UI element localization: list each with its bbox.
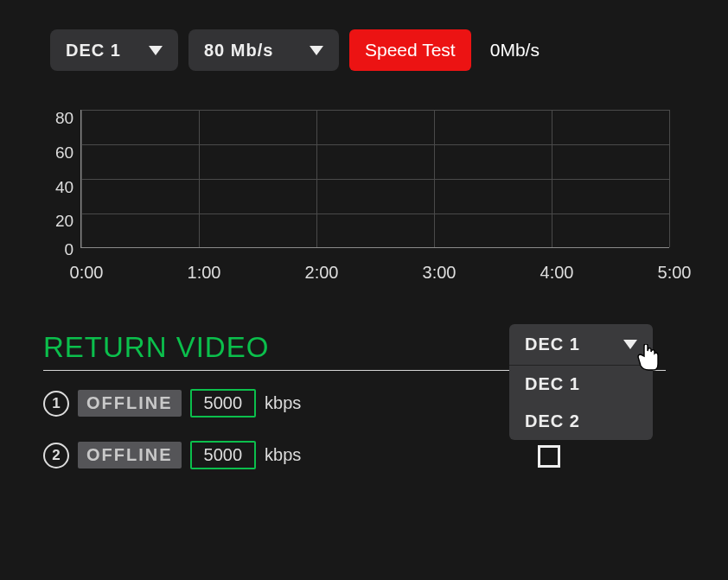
status-badge: OFFLINE: [78, 390, 182, 417]
x-tick: 5:00: [648, 263, 700, 283]
y-tick: 80: [55, 110, 73, 144]
chart-plot-area: [80, 110, 669, 248]
bitrate-unit: kbps: [265, 393, 301, 413]
dropdown-option[interactable]: DEC 1: [509, 366, 653, 403]
channel-number-badge: 2: [43, 443, 69, 468]
x-tick: 2:00: [296, 263, 348, 283]
dropdown-option[interactable]: DEC 2: [509, 403, 653, 440]
y-tick: 60: [55, 144, 73, 179]
chevron-down-icon: [623, 340, 637, 349]
y-tick: 0: [65, 247, 74, 252]
chart-y-axis: 80 60 40 20 0: [55, 110, 73, 252]
x-tick: 0:00: [61, 263, 112, 283]
bandwidth-dropdown[interactable]: 80 Mb/s: [188, 29, 339, 71]
x-tick: 1:00: [178, 263, 230, 283]
chevron-down-icon: [310, 46, 323, 55]
status-badge: OFFLINE: [78, 442, 182, 468]
decoder-dropdown[interactable]: DEC 1: [50, 29, 178, 71]
return-decoder-dropdown[interactable]: DEC 1 DEC 1 DEC 2: [509, 324, 653, 440]
return-decoder-dropdown-head[interactable]: DEC 1: [509, 324, 653, 365]
speed-test-button[interactable]: Speed Test: [349, 29, 471, 71]
bandwidth-dropdown-label: 80 Mb/s: [204, 41, 273, 61]
x-tick: 4:00: [531, 263, 583, 283]
bitrate-input[interactable]: 5000: [190, 441, 257, 469]
checkbox[interactable]: [538, 445, 560, 468]
return-video-row: 1 OFFLINE 5000 kbps: [43, 389, 301, 417]
return-video-row: 2 OFFLINE 5000 kbps: [43, 441, 301, 469]
dropdown-selected-label: DEC 1: [525, 335, 580, 354]
bitrate-unit: kbps: [265, 445, 301, 465]
y-tick: 40: [55, 179, 73, 214]
decoder-dropdown-label: DEC 1: [66, 41, 121, 61]
bitrate-input[interactable]: 5000: [190, 389, 257, 417]
chevron-down-icon: [149, 46, 163, 55]
speed-test-button-label: Speed Test: [365, 40, 456, 61]
x-tick: 3:00: [413, 263, 465, 283]
speed-value: 0Mb/s: [490, 40, 540, 61]
section-title: RETURN VIDEO: [43, 331, 269, 364]
channel-number-badge: 1: [43, 391, 69, 417]
